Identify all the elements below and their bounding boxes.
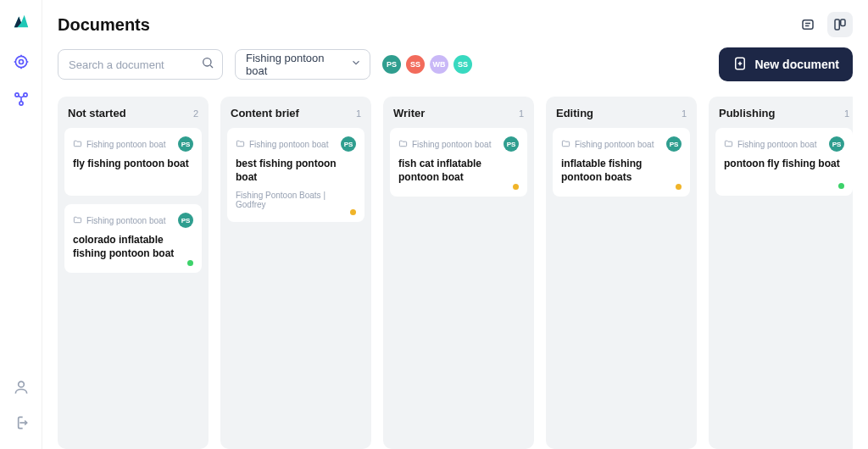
search-input[interactable] [58, 49, 223, 80]
document-card[interactable]: Fishing pontoon boatPScolorado inflatabl… [64, 204, 202, 273]
card-folder: Fishing pontoon boat [86, 140, 165, 149]
card-top: Fishing pontoon boatPS [561, 136, 682, 152]
column-header: Not started2 [64, 105, 202, 128]
nav-profile-icon[interactable] [12, 378, 31, 396]
column-count: 1 [682, 108, 687, 119]
column-header: Writer1 [390, 105, 527, 128]
card-folder: Fishing pontoon boat [737, 140, 816, 149]
folder-icon [73, 213, 82, 228]
document-card[interactable]: Fishing pontoon boatPSpontoon fly fishin… [715, 128, 853, 196]
nav-workflow-icon[interactable] [12, 90, 31, 108]
document-card[interactable]: Fishing pontoon boatPSfish cat inflatabl… [390, 128, 527, 197]
card-folder: Fishing pontoon boat [249, 140, 328, 149]
avatar[interactable]: SS [453, 55, 472, 74]
filter-wrapper: Fishing pontoon boat [235, 49, 370, 80]
svg-point-4 [19, 102, 22, 105]
svg-point-1 [15, 56, 26, 67]
card-status-dot [350, 209, 356, 215]
search-wrapper [58, 49, 223, 80]
column-count: 1 [356, 108, 361, 119]
svg-rect-6 [803, 20, 813, 30]
card-top: Fishing pontoon boatPS [73, 213, 193, 228]
avatar[interactable]: PS [382, 55, 401, 74]
card-status-dot [676, 184, 682, 190]
kanban-board: Not started2Fishing pontoon boatPSfly fi… [58, 97, 853, 449]
sidebar [0, 0, 42, 449]
svg-point-0 [19, 60, 23, 64]
card-top: Fishing pontoon boatPS [73, 136, 193, 152]
card-status-dot [187, 260, 193, 266]
svg-rect-7 [835, 19, 839, 30]
column-title: Writer [393, 107, 425, 119]
svg-rect-8 [841, 19, 845, 26]
column-title: Content brief [231, 107, 299, 119]
avatar[interactable]: WB [430, 55, 448, 74]
document-card[interactable]: Fishing pontoon boatPSbest fishing ponto… [227, 128, 364, 222]
avatar[interactable]: SS [406, 55, 425, 74]
search-icon [201, 56, 214, 73]
column-title: Not started [68, 107, 126, 119]
card-title: inflatable fishing pontoon boats [561, 157, 682, 184]
header: Documents [58, 12, 853, 37]
card-assignee-avatar: PS [341, 136, 356, 152]
folder-icon [398, 136, 408, 152]
card-folder: Fishing pontoon boat [86, 216, 165, 225]
card-subtitle: Fishing Pontoon Boats | Godfrey [236, 191, 356, 209]
document-card[interactable]: Fishing pontoon boatPSinflatable fishing… [553, 128, 690, 197]
page-title: Documents [58, 15, 150, 35]
main: Documents Fishing [42, 0, 868, 449]
card-top: Fishing pontoon boatPS [398, 136, 519, 152]
document-card[interactable]: Fishing pontoon boatPSfly fishing pontoo… [64, 128, 202, 196]
column-count: 2 [193, 108, 198, 119]
folder-icon [724, 136, 733, 152]
folder-icon [73, 136, 82, 152]
board-column: Publishing1Fishing pontoon boatPSpontoon… [709, 97, 853, 449]
card-title: colorado inflatable fishing pontoon boat [73, 233, 193, 260]
plus-document-icon [732, 56, 748, 74]
card-title: best fishing pontoon boat [236, 157, 356, 184]
card-top: Fishing pontoon boatPS [724, 136, 844, 152]
card-folder: Fishing pontoon boat [412, 140, 491, 149]
chevron-down-icon [350, 57, 362, 72]
board-column: Editing1Fishing pontoon boatPSinflatable… [546, 97, 697, 449]
svg-point-5 [18, 381, 24, 387]
column-title: Publishing [719, 107, 775, 119]
card-title: pontoon fly fishing boat [724, 157, 844, 170]
column-header: Editing1 [553, 105, 690, 128]
column-count: 1 [844, 108, 849, 119]
board-column: Content brief1Fishing pontoon boatPSbest… [220, 97, 371, 449]
avatar-filter-group: PSSSWBSS [382, 55, 472, 74]
board-column: Writer1Fishing pontoon boatPSfish cat in… [383, 97, 534, 449]
column-header: Publishing1 [715, 105, 853, 128]
column-title: Editing [556, 107, 593, 119]
board-column: Not started2Fishing pontoon boatPSfly fi… [58, 97, 209, 449]
column-header: Content brief1 [227, 105, 364, 128]
card-folder: Fishing pontoon boat [575, 140, 654, 149]
card-status-dot [838, 183, 844, 189]
column-count: 1 [519, 108, 524, 119]
card-title: fly fishing pontoon boat [73, 157, 193, 170]
view-list-button[interactable] [795, 12, 821, 37]
nav-logout-icon[interactable] [12, 413, 31, 432]
folder-icon [561, 136, 570, 152]
card-status-dot [513, 184, 519, 190]
view-board-button[interactable] [827, 12, 853, 37]
folder-icon [236, 136, 245, 152]
card-assignee-avatar: PS [178, 213, 193, 228]
card-title: fish cat inflatable pontoon boat [398, 157, 519, 184]
nav-dashboard-icon[interactable] [12, 53, 31, 71]
controls-row: Fishing pontoon boat PSSSWBSS New docume… [58, 47, 853, 81]
app-logo [12, 12, 31, 30]
card-assignee-avatar: PS [504, 136, 519, 152]
new-document-button[interactable]: New document [719, 47, 853, 81]
card-top: Fishing pontoon boatPS [236, 136, 356, 152]
filter-value: Fishing pontoon boat [246, 52, 344, 77]
card-assignee-avatar: PS [666, 136, 682, 152]
new-document-label: New document [754, 58, 839, 71]
svg-point-9 [203, 58, 211, 66]
card-assignee-avatar: PS [178, 136, 193, 152]
card-assignee-avatar: PS [829, 136, 844, 152]
